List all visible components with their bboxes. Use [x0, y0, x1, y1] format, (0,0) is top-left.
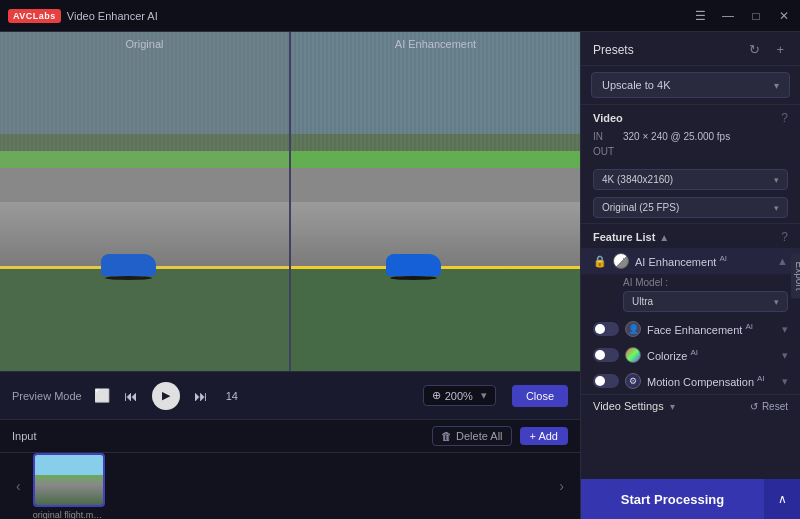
- motion-compensation-expand[interactable]: ▾: [782, 375, 788, 388]
- face-enhancement-item: 👤 Face Enhancement AI ▾: [581, 316, 800, 342]
- colorize-toggle[interactable]: [593, 348, 619, 362]
- enhanced-video-content: [291, 32, 580, 371]
- fps-dropdown[interactable]: Original (25 FPS) ▾: [593, 197, 788, 218]
- start-expand-button[interactable]: ∧: [764, 479, 800, 519]
- prev-input-button[interactable]: ‹: [12, 474, 25, 498]
- original-video-frame[interactable]: [0, 32, 289, 371]
- resolution-dropdown[interactable]: 4K (3840x2160) ▾: [593, 169, 788, 190]
- face-enhancement-icon: 👤: [625, 321, 641, 337]
- input-section-label: Input: [12, 430, 36, 442]
- fps-chevron: ▾: [774, 203, 779, 213]
- logo-badge: AVCLabs: [8, 9, 61, 23]
- close-button[interactable]: ✕: [776, 9, 792, 23]
- video-section-title: Video: [593, 112, 623, 124]
- face-enhancement-name: Face Enhancement AI: [647, 322, 776, 336]
- face-enhancement-expand[interactable]: ▾: [782, 323, 788, 336]
- colorize-name: Colorize AI: [647, 348, 776, 362]
- presets-add-button[interactable]: +: [772, 40, 788, 59]
- resolution-chevron: ▾: [774, 175, 779, 185]
- feature-title-text: Feature List: [593, 231, 655, 243]
- input-strip: Input 🗑 Delete All + Add ‹: [0, 419, 580, 519]
- play-button[interactable]: ▶: [152, 382, 180, 410]
- zoom-control[interactable]: ⊕ 200% ▾: [423, 385, 496, 406]
- resolution-select-row: 4K (3840x2160) ▾: [581, 167, 800, 192]
- colorize-icon: [625, 347, 641, 363]
- ai-badge-motion: AI: [757, 374, 765, 383]
- add-button[interactable]: + Add: [520, 427, 568, 445]
- car-enhanced: [386, 254, 441, 276]
- motion-compensation-toggle[interactable]: [593, 374, 619, 388]
- close-video-button[interactable]: Close: [512, 385, 568, 407]
- player-controls: Preview Mode ⬜ ⏮ ▶ ⏭ 14 ⊕ 200% ▾ Close: [0, 371, 580, 419]
- preview-mode-label: Preview Mode: [12, 390, 82, 402]
- enhanced-video-frame[interactable]: [291, 32, 580, 371]
- export-tab[interactable]: Export: [791, 253, 800, 298]
- presets-actions: ↻ +: [745, 40, 788, 59]
- main-layout: Original AI Enhancement: [0, 32, 800, 519]
- next-frame-button[interactable]: ⏭: [188, 384, 214, 408]
- ai-model-row: AI Model : Ultra ▾: [581, 274, 800, 316]
- ai-enhancement-name: AI Enhancement AI: [635, 254, 771, 268]
- file-item[interactable]: original flight.mpeg: [33, 453, 105, 519]
- enhanced-label: AI Enhancement: [291, 38, 580, 50]
- feature-help-icon[interactable]: ?: [781, 230, 788, 244]
- resolution-value: 4K (3840x2160): [602, 174, 673, 185]
- ai-enhancement-expand[interactable]: ▲: [777, 255, 788, 267]
- feature-list-header: Feature List ▲ ?: [581, 223, 800, 248]
- video-comparison-area: Original AI Enhancement: [0, 32, 580, 371]
- in-label: IN: [593, 131, 617, 142]
- preset-dropdown[interactable]: Upscale to 4K ▾: [591, 72, 790, 98]
- start-processing-row: Start Processing ∧: [581, 479, 800, 519]
- colorize-expand[interactable]: ▾: [782, 349, 788, 362]
- ai-badge-enhancement: AI: [719, 254, 727, 263]
- ai-model-chevron: ▾: [774, 297, 779, 307]
- next-input-button[interactable]: ›: [555, 474, 568, 498]
- enhanced-pane: AI Enhancement: [291, 32, 580, 371]
- ai-enhancement-item: 🔒 AI Enhancement AI ▲: [581, 248, 800, 274]
- video-info: IN 320 × 240 @ 25.000 fps OUT: [581, 129, 800, 167]
- minimize-button[interactable]: —: [720, 9, 736, 23]
- maximize-button[interactable]: □: [748, 9, 764, 23]
- preset-selected: Upscale to 4K: [602, 79, 670, 91]
- app-logo: AVCLabs Video Enhancer AI: [8, 9, 158, 23]
- lock-icon: 🔒: [593, 255, 607, 268]
- right-panel: Presets ↻ + Upscale to 4K ▾ Video ? IN 3…: [580, 32, 800, 519]
- video-help-icon[interactable]: ?: [781, 111, 788, 125]
- original-pane: Original: [0, 32, 289, 371]
- out-label: OUT: [593, 146, 617, 157]
- input-content: ‹ original flight.mpeg ›: [0, 453, 580, 519]
- thumbnail-preview: [35, 455, 103, 505]
- app-title: Video Enhancer AI: [67, 10, 158, 22]
- prev-frame-button[interactable]: ⏮: [118, 384, 144, 408]
- original-label: Original: [0, 38, 289, 50]
- motion-compensation-item: ⚙ Motion Compensation AI ▾: [581, 368, 800, 394]
- reset-button[interactable]: ↺ Reset: [750, 401, 788, 412]
- delete-all-button[interactable]: 🗑 Delete All: [432, 426, 511, 446]
- presets-refresh-button[interactable]: ↻: [745, 40, 764, 59]
- input-actions: 🗑 Delete All + Add: [432, 426, 568, 446]
- menu-button[interactable]: ☰: [692, 9, 708, 23]
- in-row: IN 320 × 240 @ 25.000 fps: [593, 131, 788, 142]
- ai-model-label: AI Model :: [623, 277, 788, 288]
- motion-compensation-name: Motion Compensation AI: [647, 374, 776, 388]
- out-row: OUT: [593, 146, 788, 157]
- presets-header: Presets ↻ +: [581, 32, 800, 66]
- reset-label: Reset: [762, 401, 788, 412]
- add-label: + Add: [530, 430, 558, 442]
- trash-icon: 🗑: [441, 430, 452, 442]
- colorize-item: Colorize AI ▾: [581, 342, 800, 368]
- face-enhancement-toggle[interactable]: [593, 322, 619, 336]
- ai-model-dropdown[interactable]: Ultra ▾: [623, 291, 788, 312]
- input-header: Input 🗑 Delete All + Add: [0, 420, 580, 453]
- right-content: Presets ↻ + Upscale to 4K ▾ Video ? IN 3…: [581, 32, 800, 479]
- titlebar: AVCLabs Video Enhancer AI ☰ — □ ✕: [0, 0, 800, 32]
- left-panel: Original AI Enhancement: [0, 32, 580, 519]
- preset-chevron: ▾: [774, 80, 779, 91]
- video-section-header: Video ?: [581, 104, 800, 129]
- start-processing-button[interactable]: Start Processing: [581, 479, 764, 519]
- file-name: original flight.mpeg: [33, 510, 105, 520]
- original-video-content: [0, 32, 289, 371]
- feature-list-title: Feature List ▲: [593, 231, 669, 243]
- zoom-icon: ⊕: [432, 389, 441, 402]
- ai-badge-colorize: AI: [690, 348, 698, 357]
